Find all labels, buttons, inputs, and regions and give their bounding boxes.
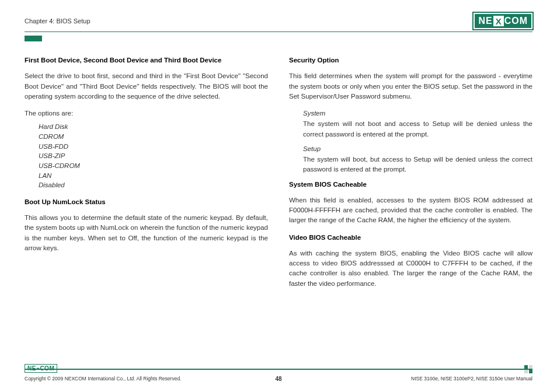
option-item: Hard Disk <box>39 122 268 132</box>
option-item: USB-FDD <box>39 142 268 152</box>
logo-ne: NE <box>478 16 492 26</box>
page-tab-marker <box>25 36 42 41</box>
footer: NE⋆COM Copyright © 2009 NEXCOM Internati… <box>25 365 532 382</box>
page-number: 48 <box>275 376 281 382</box>
option-item: Disabled <box>39 180 268 190</box>
copyright-text: Copyright © 2009 NEXCOM International Co… <box>25 376 181 382</box>
brand-logo: NE X COM <box>474 13 532 29</box>
para-boot-device: Select the drive to boot first, second a… <box>25 71 268 102</box>
header-divider <box>25 32 532 32</box>
sub-system-text: The system will not boot and access to S… <box>303 119 532 139</box>
content-columns: First Boot Device, Second Boot Device an… <box>25 52 532 296</box>
para-options-label: The options are: <box>25 108 268 118</box>
option-item: LAN <box>39 171 268 181</box>
chapter-title: Chapter 4: BIOS Setup <box>25 18 90 24</box>
sub-setup: Setup The system will boot, but access t… <box>303 144 532 175</box>
header-row: Chapter 4: BIOS Setup NE X COM <box>25 13 532 29</box>
option-item: CDROM <box>39 132 268 142</box>
para-security: This field determines when the system wi… <box>289 71 532 102</box>
boot-options-list: Hard Disk CDROM USB-FDD USB-ZIP USB-CDRO… <box>39 122 268 190</box>
sub-setup-title: Setup <box>303 144 532 154</box>
para-sys-cache: When this field is enabled, accesses to … <box>289 195 532 226</box>
heading-video-cache: Video BIOS Cacheable <box>289 233 532 243</box>
footer-row: Copyright © 2009 NEXCOM International Co… <box>25 376 532 382</box>
heading-numlock: Boot Up NumLock Status <box>25 197 268 207</box>
left-column: First Boot Device, Second Boot Device an… <box>25 52 268 296</box>
option-item: USB-ZIP <box>39 151 268 161</box>
heading-sys-cache: System BIOS Cacheable <box>289 180 532 190</box>
footer-divider <box>25 369 532 370</box>
logo-com: COM <box>504 16 528 26</box>
logo-x-icon: X <box>493 16 504 26</box>
para-video-cache: As with caching the system BIOS, enablin… <box>289 249 532 289</box>
right-column: Security Option This field determines wh… <box>289 52 532 296</box>
sub-setup-text: The system will boot, but access to Setu… <box>303 155 532 175</box>
sub-system: System The system will not boot and acce… <box>303 108 532 139</box>
footer-divider-wrap: NE⋆COM <box>25 365 532 373</box>
para-numlock: This allows you to determine the default… <box>25 213 268 253</box>
heading-security: Security Option <box>289 55 532 65</box>
option-item: USB-CDROM <box>39 161 268 171</box>
heading-boot-device: First Boot Device, Second Boot Device an… <box>25 55 268 65</box>
footer-dots-icon <box>524 365 532 373</box>
manual-title: NISE 3100e, NISE 3100eP2, NISE 3150e Use… <box>411 376 532 382</box>
sub-system-title: System <box>303 108 532 118</box>
